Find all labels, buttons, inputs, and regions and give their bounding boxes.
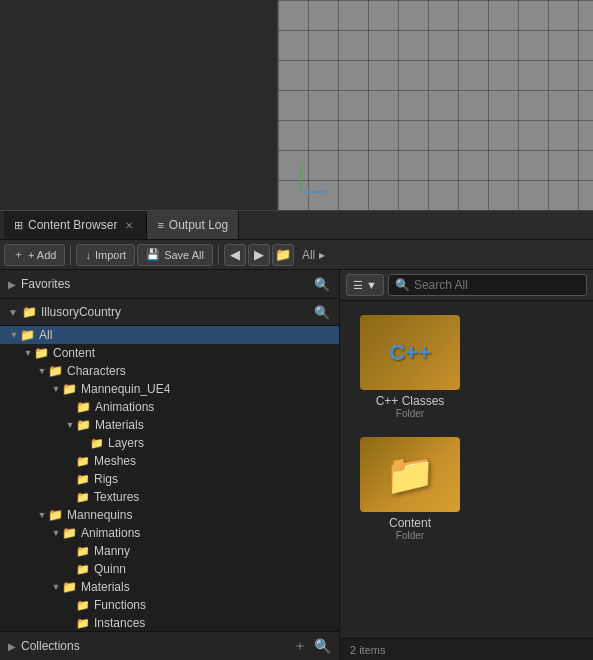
tree-manny-folder-icon: 📁 xyxy=(76,545,90,558)
tree-item-instances[interactable]: 📁 Instances xyxy=(0,614,339,631)
content-browser-tab-close[interactable]: ✕ xyxy=(122,219,136,232)
content-browser-tab-icon: ⊞ xyxy=(14,219,23,232)
tree-mannequin-ue4-folder-icon: 📁 xyxy=(62,382,77,396)
tree-characters-folder-icon: 📁 xyxy=(48,364,63,378)
nav-up-button[interactable]: 📁 xyxy=(272,244,294,266)
search-magnifier-icon: 🔍 xyxy=(395,278,410,292)
tree-animations-2-arrow-icon: ▼ xyxy=(50,528,62,538)
tree-item-manny[interactable]: 📁 Manny xyxy=(0,542,339,560)
viewport-area: Y Z xyxy=(0,0,593,210)
tree-item-animations-2[interactable]: ▼ 📁 Animations xyxy=(0,524,339,542)
tree-animations-2-folder-icon: 📁 xyxy=(62,526,77,540)
asset-thumb-content: 📁 xyxy=(360,437,460,512)
status-bar: 2 items xyxy=(340,638,593,660)
content-browser-tab-label: Content Browser xyxy=(28,218,117,232)
content-area: ▶ Favorites 🔍 ▼ 📁 IllusoryCountry 🔍 ▼ 📁 … xyxy=(0,270,593,660)
asset-content-name: Content xyxy=(389,516,431,530)
collections-header[interactable]: ▶ Collections ＋ 🔍 xyxy=(0,632,339,660)
tree-manny-label: Manny xyxy=(94,544,130,558)
tree-materials-1-label: Materials xyxy=(95,418,144,432)
tree-item-materials-2[interactable]: ▼ 📁 Materials xyxy=(0,578,339,596)
collections-section: ▶ Collections ＋ 🔍 xyxy=(0,631,339,660)
tree-item-content[interactable]: ▼ 📁 Content xyxy=(0,344,339,362)
nav-back-button[interactable]: ◀ xyxy=(224,244,246,266)
tab-output-log[interactable]: ≡ Output Log xyxy=(147,211,239,239)
search-box[interactable]: 🔍 xyxy=(388,274,587,296)
tree-item-animations-1[interactable]: 📁 Animations xyxy=(0,398,339,416)
toolbar-separator-1 xyxy=(70,245,71,265)
tree-all-arrow-icon: ▼ xyxy=(8,330,20,340)
svg-text:Y: Y xyxy=(327,188,332,197)
tree-materials-1-arrow-icon: ▼ xyxy=(64,420,76,430)
search-input[interactable] xyxy=(414,278,580,292)
tree-materials-1-folder-icon: 📁 xyxy=(76,418,91,432)
tree-layers-label: Layers xyxy=(108,436,144,450)
tree-animations-2-label: Animations xyxy=(81,526,140,540)
tree-characters-label: Characters xyxy=(67,364,126,378)
filter-button[interactable]: ☰ ▼ xyxy=(346,274,384,296)
tab-content-browser[interactable]: ⊞ Content Browser ✕ xyxy=(4,211,147,239)
right-panel: ☰ ▼ 🔍 C++ C++ Classes Folder 📁 xyxy=(340,270,593,660)
tree-item-rigs[interactable]: 📁 Rigs xyxy=(0,470,339,488)
asset-cpp-name: C++ Classes xyxy=(376,394,445,408)
save-all-button[interactable]: 💾 Save All xyxy=(137,244,213,266)
tree-content-folder-icon: 📁 xyxy=(34,346,49,360)
tree-mannequins-arrow-icon: ▼ xyxy=(36,510,48,520)
svg-text:Z: Z xyxy=(299,160,304,168)
tree-rigs-label: Rigs xyxy=(94,472,118,486)
content-browser-toolbar: ＋ + Add ↓ Import 💾 Save All ◀ ▶ 📁 All ▸ xyxy=(0,240,593,270)
tree-textures-label: Textures xyxy=(94,490,139,504)
tree-materials-2-label: Materials xyxy=(81,580,130,594)
tree-mannequin-ue4-arrow-icon: ▼ xyxy=(50,384,62,394)
add-plus-icon: ＋ xyxy=(13,247,24,262)
tree-quinn-label: Quinn xyxy=(94,562,126,576)
tree-item-functions[interactable]: 📁 Functions xyxy=(0,596,339,614)
tree-all-folder-icon: 📁 xyxy=(20,328,35,342)
output-log-tab-label: Output Log xyxy=(169,218,228,232)
path-display: All ▸ xyxy=(296,248,331,262)
tree-item-layers[interactable]: 📁 Layers xyxy=(0,434,339,452)
import-button[interactable]: ↓ Import xyxy=(76,244,135,266)
tree-mannequins-label: Mannequins xyxy=(67,508,132,522)
tree-area[interactable]: ▼ 📁 All ▼ 📁 Content ▼ 📁 Characters xyxy=(0,326,339,631)
collections-actions: ＋ 🔍 xyxy=(291,637,331,655)
add-button[interactable]: ＋ + Add xyxy=(4,244,65,266)
tree-folder-icon: 📁 xyxy=(22,305,37,319)
tree-search-icon[interactable]: 🔍 xyxy=(313,303,331,321)
favorites-arrow-icon: ▶ xyxy=(8,279,16,290)
collections-search-icon[interactable]: 🔍 xyxy=(313,637,331,655)
toolbar-separator-2 xyxy=(218,245,219,265)
tree-meshes-label: Meshes xyxy=(94,454,136,468)
nav-forward-button[interactable]: ▶ xyxy=(248,244,270,266)
path-arrow: ▸ xyxy=(319,248,325,262)
tree-item-characters[interactable]: ▼ 📁 Characters xyxy=(0,362,339,380)
save-icon: 💾 xyxy=(146,248,160,261)
asset-cpp-type: Folder xyxy=(396,408,424,419)
collections-add-icon[interactable]: ＋ xyxy=(291,637,309,655)
tree-animations-1-folder-icon: 📁 xyxy=(76,400,91,414)
tree-item-mannequin-ue4[interactable]: ▼ 📁 Mannequin_UE4 xyxy=(0,380,339,398)
tree-functions-label: Functions xyxy=(94,598,146,612)
favorites-search-icon[interactable]: 🔍 xyxy=(313,275,331,293)
tree-materials-2-folder-icon: 📁 xyxy=(62,580,77,594)
tree-item-meshes[interactable]: 📁 Meshes xyxy=(0,452,339,470)
tree-all-label: All xyxy=(39,328,52,342)
item-count: 2 items xyxy=(350,644,385,656)
tree-layers-folder-icon: 📁 xyxy=(90,437,104,450)
tree-item-materials-1[interactable]: ▼ 📁 Materials xyxy=(0,416,339,434)
tree-item-textures[interactable]: 📁 Textures xyxy=(0,488,339,506)
tree-item-all[interactable]: ▼ 📁 All xyxy=(0,326,339,344)
tree-content-arrow-icon: ▼ xyxy=(22,348,34,358)
tree-functions-folder-icon: 📁 xyxy=(76,599,90,612)
filter-icon: ☰ xyxy=(353,279,363,292)
axis-indicator: Y Z xyxy=(293,160,333,200)
tab-bar: ⊞ Content Browser ✕ ≡ Output Log xyxy=(0,210,593,240)
save-all-label: Save All xyxy=(164,249,204,261)
asset-thumb-cpp: C++ xyxy=(360,315,460,390)
tree-item-mannequins[interactable]: ▼ 📁 Mannequins xyxy=(0,506,339,524)
favorites-section-header[interactable]: ▶ Favorites 🔍 xyxy=(0,270,339,299)
tree-section-label: IllusoryCountry xyxy=(41,305,313,319)
asset-item-content[interactable]: 📁 Content Folder xyxy=(350,433,470,545)
asset-item-cpp-classes[interactable]: C++ C++ Classes Folder xyxy=(350,311,470,423)
tree-item-quinn[interactable]: 📁 Quinn xyxy=(0,560,339,578)
